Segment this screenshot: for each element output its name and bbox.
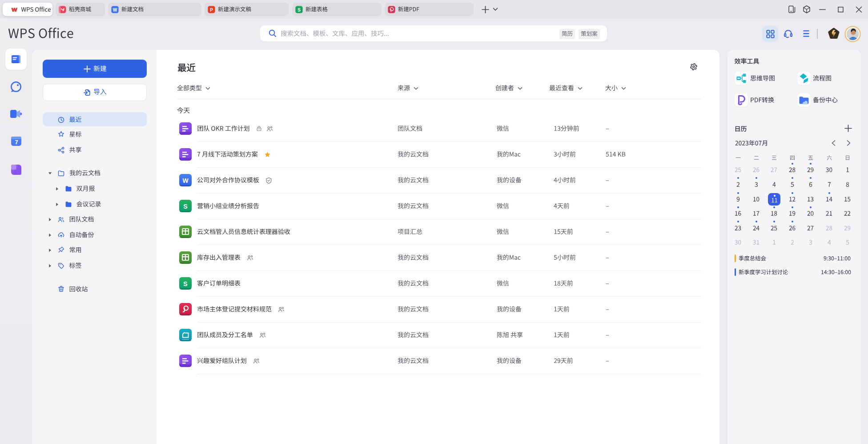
svg-text:W: W [113, 7, 117, 12]
svg-text:P: P [210, 7, 213, 12]
svg-text:S: S [183, 280, 187, 287]
svg-text:7: 7 [15, 139, 18, 145]
svg-text:W: W [182, 177, 189, 184]
svg-text:S: S [297, 7, 301, 12]
svg-text:S: S [183, 203, 187, 210]
